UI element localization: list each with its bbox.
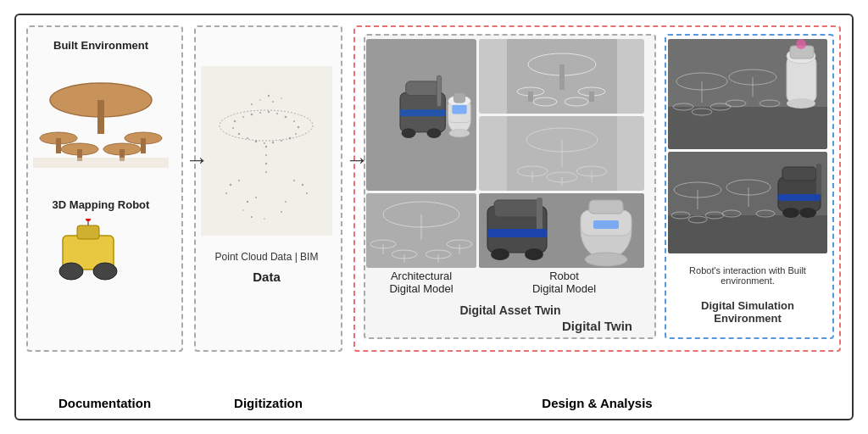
svg-rect-17 bbox=[201, 66, 332, 236]
svg-point-19 bbox=[234, 120, 236, 122]
svg-point-26 bbox=[293, 120, 295, 122]
svg-point-49 bbox=[285, 201, 287, 203]
phase-digitization: Digitization bbox=[194, 396, 342, 410]
svg-point-23 bbox=[268, 111, 270, 113]
svg-point-145 bbox=[799, 208, 816, 218]
svg-point-106 bbox=[491, 248, 509, 260]
digital-twin-label: Digital Twin bbox=[353, 319, 841, 333]
sim-cell-bot bbox=[668, 152, 827, 253]
svg-point-45 bbox=[293, 180, 295, 181]
da-cell-arch-mid bbox=[479, 116, 644, 191]
svg-rect-111 bbox=[593, 220, 619, 229]
svg-point-52 bbox=[272, 101, 274, 103]
pointcloud-image bbox=[201, 66, 332, 236]
svg-point-42 bbox=[238, 180, 240, 181]
digital-simulation-grid bbox=[668, 39, 827, 253]
da-cell-robot-top bbox=[366, 39, 476, 191]
svg-point-48 bbox=[255, 197, 257, 198]
svg-point-27 bbox=[298, 126, 299, 128]
svg-point-107 bbox=[525, 248, 543, 260]
svg-rect-72 bbox=[400, 109, 445, 116]
robot-digital-model-label: Robot Digital Model bbox=[481, 270, 647, 295]
data-label: Data bbox=[201, 270, 332, 284]
svg-point-31 bbox=[272, 142, 274, 143]
da-cell-arch-top bbox=[479, 39, 644, 114]
svg-rect-63 bbox=[528, 92, 533, 102]
svg-point-33 bbox=[255, 141, 258, 143]
svg-point-43 bbox=[225, 192, 227, 194]
digital-asset-twin-label: Digital Asset Twin bbox=[366, 303, 654, 317]
svg-point-55 bbox=[242, 209, 244, 211]
svg-point-127 bbox=[796, 39, 806, 49]
digital-asset-grid bbox=[366, 39, 644, 268]
svg-point-46 bbox=[306, 192, 308, 194]
robot-image bbox=[33, 219, 169, 303]
svg-point-44 bbox=[302, 184, 303, 186]
svg-point-21 bbox=[251, 114, 253, 116]
svg-point-13 bbox=[59, 263, 83, 280]
svg-rect-130 bbox=[668, 215, 827, 253]
built-environment-label: Built Environment bbox=[33, 39, 169, 52]
svg-rect-114 bbox=[668, 107, 827, 149]
arrow-2: → bbox=[345, 147, 369, 174]
arrow-1: → bbox=[185, 147, 209, 174]
svg-point-32 bbox=[264, 142, 265, 144]
svg-rect-141 bbox=[782, 167, 816, 181]
svg-point-16 bbox=[86, 219, 91, 221]
svg-rect-79 bbox=[452, 105, 466, 114]
svg-rect-3 bbox=[56, 138, 61, 153]
svg-point-40 bbox=[265, 171, 267, 173]
svg-rect-78 bbox=[453, 92, 465, 103]
phase-documentation: Documentation bbox=[26, 396, 183, 410]
svg-point-56 bbox=[281, 211, 282, 213]
svg-point-144 bbox=[782, 208, 799, 218]
svg-rect-10 bbox=[33, 158, 169, 168]
svg-point-74 bbox=[427, 129, 441, 138]
svg-point-112 bbox=[585, 253, 627, 266]
da-cell-arch-bot bbox=[366, 193, 476, 268]
svg-point-36 bbox=[232, 127, 234, 129]
svg-point-50 bbox=[251, 103, 253, 105]
svg-rect-142 bbox=[816, 164, 821, 196]
svg-rect-5 bbox=[141, 138, 146, 153]
svg-point-30 bbox=[281, 140, 282, 142]
svg-point-47 bbox=[247, 201, 248, 203]
robots-interaction-label: Robot's interaction with Built environme… bbox=[668, 265, 827, 286]
sim-cell-top bbox=[668, 39, 827, 149]
svg-point-37 bbox=[265, 146, 267, 147]
svg-point-80 bbox=[449, 130, 470, 137]
svg-rect-143 bbox=[778, 194, 821, 201]
mapping-robot-label: 3D Mapping Robot bbox=[33, 198, 169, 211]
svg-point-38 bbox=[265, 154, 267, 156]
da-cell-robot-bot bbox=[479, 193, 644, 268]
svg-rect-105 bbox=[487, 229, 547, 237]
svg-rect-12 bbox=[77, 225, 99, 239]
svg-rect-1 bbox=[97, 100, 104, 134]
svg-point-53 bbox=[281, 97, 282, 99]
svg-point-54 bbox=[268, 95, 270, 97]
svg-point-25 bbox=[285, 116, 287, 119]
svg-point-20 bbox=[242, 116, 244, 118]
svg-rect-65 bbox=[589, 92, 594, 102]
svg-point-39 bbox=[265, 163, 267, 164]
svg-point-34 bbox=[247, 137, 248, 139]
svg-point-22 bbox=[259, 112, 261, 114]
svg-rect-71 bbox=[437, 75, 441, 107]
svg-point-24 bbox=[276, 113, 278, 114]
svg-point-41 bbox=[230, 184, 231, 186]
arch-digital-model-label: Architectural Digital Model bbox=[366, 270, 476, 295]
svg-point-29 bbox=[289, 137, 292, 140]
main-diagram: Built Environment 3D Mapping Robot bbox=[14, 14, 854, 420]
svg-point-14 bbox=[93, 263, 117, 280]
phase-design-analysis: Design & Analysis bbox=[353, 396, 841, 410]
pointcloud-label: Point Cloud Data | BIM bbox=[201, 251, 332, 263]
svg-point-128 bbox=[787, 98, 815, 108]
furniture-image bbox=[33, 58, 169, 168]
svg-point-35 bbox=[238, 133, 240, 135]
svg-point-73 bbox=[402, 129, 415, 138]
svg-point-58 bbox=[251, 216, 253, 218]
svg-rect-110 bbox=[589, 200, 623, 214]
svg-rect-70 bbox=[406, 81, 440, 96]
svg-rect-61 bbox=[559, 64, 565, 90]
svg-point-28 bbox=[295, 133, 297, 135]
